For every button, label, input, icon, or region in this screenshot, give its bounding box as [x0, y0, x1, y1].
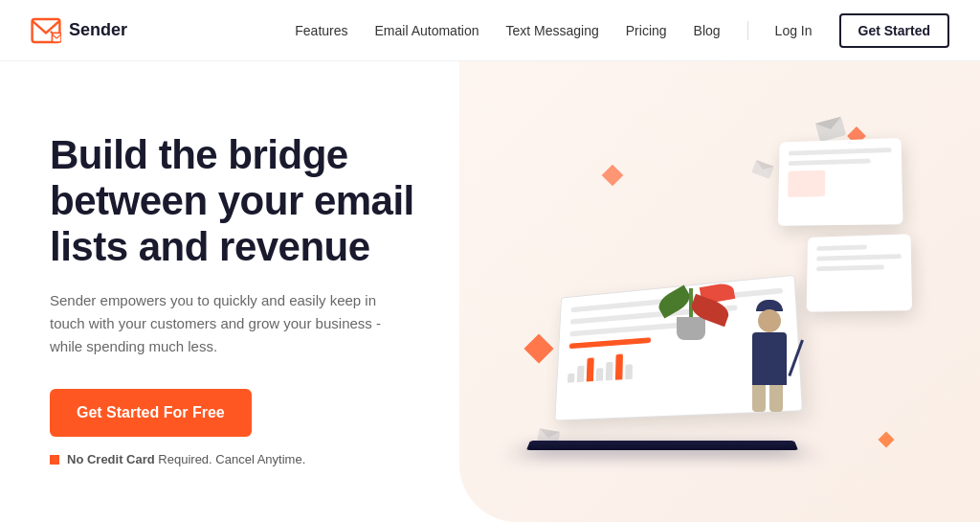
panel-line-3: [569, 321, 693, 336]
accent-shape-1: [523, 333, 553, 363]
logo[interactable]: Sender: [31, 17, 127, 44]
float1-accent: [788, 170, 825, 196]
brand-name: Sender: [69, 20, 127, 40]
hero-illustration: [459, 61, 980, 522]
person-figure: [752, 298, 787, 412]
nav-email-automation[interactable]: Email Automation: [375, 23, 479, 38]
accent-shape-2: [602, 164, 624, 186]
navbar: Sender Features Email Automation Text Me…: [0, 0, 980, 61]
bar-3: [587, 357, 594, 381]
nav-get-started-button[interactable]: Get Started: [839, 13, 949, 48]
bar-4: [596, 368, 604, 381]
hero-content: Build the bridge between your email list…: [0, 61, 459, 522]
illustration-wrapper: [519, 110, 921, 474]
envelope-1: [815, 116, 846, 142]
person-legs: [752, 385, 787, 412]
bar-2: [577, 365, 585, 381]
accent-shape-4: [879, 431, 895, 447]
plant-decoration: [677, 288, 705, 340]
nav-links: Features Email Automation Text Messaging…: [295, 13, 949, 48]
float2-line-3: [816, 264, 884, 271]
float2-line-1: [816, 244, 867, 250]
plant-pot: [677, 317, 705, 340]
no-credit-text: No Credit Card Required. Cancel Anytime.: [67, 452, 305, 466]
nav-text-messaging[interactable]: Text Messaging: [505, 23, 598, 38]
nav-blog[interactable]: Blog: [694, 23, 721, 38]
float1-line-1: [789, 148, 892, 155]
dashboard-panel-float-1: [778, 138, 903, 226]
no-credit-icon: [50, 455, 59, 465]
nav-login[interactable]: Log In: [775, 23, 813, 38]
platform-base: [526, 441, 798, 450]
envelope-3: [751, 160, 774, 179]
person-leg-right: [769, 385, 783, 412]
float2-line-2: [816, 254, 902, 261]
hero-subtitle: Sender empowers you to quickly and easil…: [50, 289, 394, 358]
bar-7: [625, 364, 633, 379]
bar-6: [615, 353, 623, 379]
dashboard-panel-float-2: [807, 234, 912, 311]
nav-pricing[interactable]: Pricing: [626, 23, 667, 38]
person-leg-left: [752, 385, 766, 412]
person-body: [752, 332, 787, 385]
bar-5: [606, 361, 613, 380]
svg-rect-2: [52, 33, 61, 42]
hero-cta-button[interactable]: Get Started For Free: [50, 389, 252, 437]
panel-line-accent: [569, 337, 651, 349]
no-credit-note: No Credit Card Required. Cancel Anytime.: [50, 452, 429, 466]
nav-features[interactable]: Features: [295, 23, 347, 38]
person-head: [758, 309, 781, 332]
float1-line-2: [789, 158, 871, 165]
nav-divider: [747, 21, 748, 40]
bar-1: [568, 373, 575, 382]
hero-section: Build the bridge between your email list…: [0, 61, 980, 522]
logo-icon: [31, 17, 61, 44]
hero-title: Build the bridge between your email list…: [50, 132, 429, 271]
